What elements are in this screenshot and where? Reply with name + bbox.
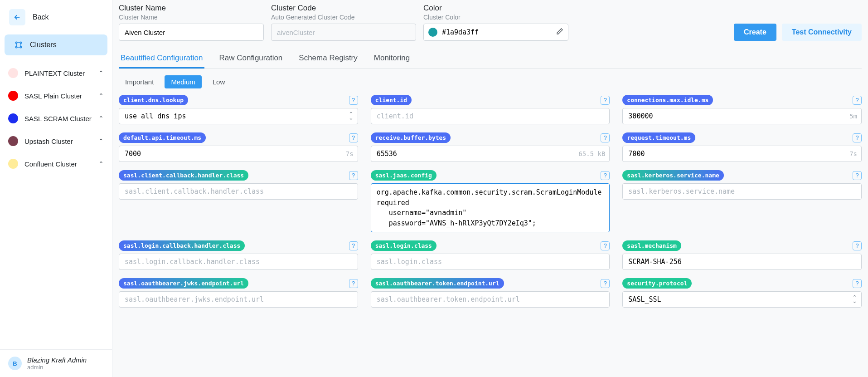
client-dns-lookup-select[interactable]: use_all_dns_ips	[119, 108, 358, 124]
cluster-name: Confluent Cluster	[24, 160, 92, 168]
chevron-up-icon: ⌃	[98, 92, 104, 99]
chevron-up-icon: ⌃	[98, 115, 104, 122]
sasl-login-cb-input[interactable]	[119, 254, 358, 270]
cluster-name-sub: Cluster Name	[119, 14, 264, 21]
tabs: Beautified Configuration Raw Configurati…	[119, 49, 862, 69]
back-button[interactable]: Back	[0, 5, 112, 29]
request-timeout-input[interactable]	[622, 146, 862, 162]
level-medium[interactable]: Medium	[165, 75, 201, 88]
color-value: #1a9da3ff	[442, 28, 479, 36]
svg-point-0	[15, 42, 17, 43]
cluster-dot	[8, 159, 18, 169]
main: Cluster Name Cluster Name Cluster Code A…	[112, 0, 868, 377]
chevron-up-icon: ⌃	[98, 160, 104, 167]
sasl-jwks-url-input[interactable]	[119, 291, 358, 308]
config-key: security.protocol	[622, 278, 692, 289]
config-key: sasl.oauthbearer.jwks.endpoint.url	[119, 278, 248, 289]
config-key: receive.buffer.bytes	[371, 132, 451, 143]
config-grid: client.dns.lookup ? use_all_dns_ips ⌃⌄ c…	[119, 95, 862, 308]
help-icon[interactable]: ?	[349, 96, 358, 105]
help-icon[interactable]: ?	[853, 279, 862, 288]
back-label: Back	[33, 13, 49, 21]
avatar: B	[8, 357, 22, 370]
cluster-item-plaintext[interactable]: PLAINTEXT Cluster ⌃	[0, 62, 112, 84]
cluster-code-input	[271, 24, 416, 41]
user-role: admin	[27, 364, 87, 371]
color-sub: Cluster Color	[423, 14, 568, 21]
color-label: Color	[423, 4, 568, 13]
help-icon[interactable]: ?	[601, 133, 610, 142]
connections-max-idle-input[interactable]	[622, 108, 862, 124]
cluster-name-label: Cluster Name	[119, 4, 264, 13]
sasl-kerberos-svc-input[interactable]	[622, 183, 862, 200]
config-key: sasl.oauthbearer.token.endpoint.url	[371, 278, 504, 289]
cluster-name: Upstash Cluster	[24, 137, 92, 145]
tab-monitoring[interactable]: Monitoring	[372, 49, 412, 69]
config-key: client.dns.lookup	[119, 95, 188, 105]
cluster-dot	[8, 113, 18, 123]
cluster-dot	[8, 91, 18, 101]
help-icon[interactable]: ?	[349, 241, 358, 250]
client-id-input[interactable]	[371, 108, 610, 124]
color-swatch	[428, 28, 437, 37]
cluster-item-sasl-scram[interactable]: SASL SCRAM Cluster ⌃	[0, 107, 112, 130]
sasl-token-url-input[interactable]	[371, 291, 610, 308]
clusters-icon	[14, 40, 24, 50]
color-picker[interactable]: #1a9da3ff	[423, 24, 568, 41]
cluster-item-confluent[interactable]: Confluent Cluster ⌃	[0, 152, 112, 175]
config-key: default.api.timeout.ms	[119, 132, 206, 143]
sasl-login-class-input[interactable]	[371, 254, 610, 270]
cluster-name: SASL Plain Cluster	[24, 92, 92, 100]
svg-point-3	[20, 46, 21, 48]
level-low[interactable]: Low	[206, 75, 232, 88]
cluster-dot	[8, 136, 18, 146]
user-footer[interactable]: B Blazing Kraft Admin admin	[0, 349, 112, 377]
help-icon[interactable]: ?	[601, 96, 610, 105]
chevron-up-icon: ⌃	[98, 137, 104, 145]
tab-raw[interactable]: Raw Configuration	[217, 49, 284, 69]
help-icon[interactable]: ?	[601, 279, 610, 288]
tab-schema-registry[interactable]: Schema Registry	[297, 49, 359, 69]
sasl-mechanism-input[interactable]	[622, 254, 862, 270]
default-api-timeout-input[interactable]	[119, 146, 358, 162]
config-key: connections.max.idle.ms	[622, 95, 713, 105]
help-icon[interactable]: ?	[349, 133, 358, 142]
cluster-name: SASL SCRAM Cluster	[24, 115, 92, 122]
sasl-jaas-config-textarea[interactable]	[371, 183, 610, 232]
cluster-name: PLAINTEXT Cluster	[24, 69, 92, 77]
back-icon	[9, 9, 25, 25]
cluster-item-upstash[interactable]: Upstash Cluster ⌃	[0, 130, 112, 152]
help-icon[interactable]: ?	[853, 96, 862, 105]
config-key: sasl.login.callback.handler.class	[119, 240, 245, 251]
config-key: sasl.jaas.config	[371, 170, 436, 181]
cluster-list: PLAINTEXT Cluster ⌃ SASL Plain Cluster ⌃…	[0, 62, 112, 175]
test-connectivity-button[interactable]: Test Connectivity	[782, 24, 862, 41]
sasl-client-cb-input[interactable]	[119, 183, 358, 200]
pencil-icon[interactable]	[556, 28, 563, 37]
svg-point-1	[20, 42, 21, 43]
receive-buffer-input[interactable]	[371, 146, 610, 162]
top-form-row: Cluster Name Cluster Name Cluster Code A…	[119, 4, 862, 41]
help-icon[interactable]: ?	[853, 133, 862, 142]
help-icon[interactable]: ?	[601, 171, 610, 180]
level-important[interactable]: Important	[119, 75, 160, 88]
help-icon[interactable]: ?	[349, 171, 358, 180]
config-key: sasl.mechanism	[622, 240, 681, 251]
help-icon[interactable]: ?	[349, 279, 358, 288]
config-key: sasl.kerberos.service.name	[622, 170, 724, 181]
security-protocol-select[interactable]: SASL_SSL	[622, 291, 862, 308]
cluster-dot	[8, 68, 18, 78]
help-icon[interactable]: ?	[853, 241, 862, 250]
nav-clusters[interactable]: Clusters	[5, 34, 107, 55]
cluster-item-sasl-plain[interactable]: SASL Plain Cluster ⌃	[0, 84, 112, 107]
user-name: Blazing Kraft Admin	[27, 356, 87, 364]
config-key: sasl.client.callback.handler.class	[119, 170, 248, 181]
tab-beautified[interactable]: Beautified Configuration	[119, 49, 204, 69]
cluster-code-sub: Auto Generated Cluster Code	[271, 14, 416, 21]
cluster-name-input[interactable]	[119, 24, 264, 41]
svg-point-2	[15, 46, 17, 48]
config-key: client.id	[371, 95, 412, 105]
help-icon[interactable]: ?	[601, 241, 610, 250]
create-button[interactable]: Create	[734, 24, 776, 41]
help-icon[interactable]: ?	[853, 171, 862, 180]
